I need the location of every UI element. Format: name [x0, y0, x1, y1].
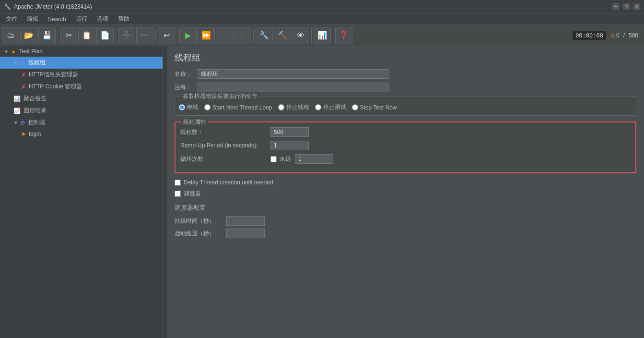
delay-thread-checkbox[interactable]: [175, 180, 181, 186]
tree-item-testplan[interactable]: ▼ ▲ Test Plan: [0, 46, 163, 57]
http-header-label: HTTP信息头管理器: [29, 71, 78, 79]
tree-item-aggregate[interactable]: 📊 聚合报告: [0, 93, 163, 105]
duration-input[interactable]: [226, 216, 265, 226]
aggregate-icon: 📊: [13, 96, 21, 102]
radio-stop-thread-label: 停止线程: [286, 103, 309, 111]
panel-title: 线程组: [175, 52, 636, 63]
radio-start-next[interactable]: Start Next Thread Loop: [204, 104, 272, 111]
report-button[interactable]: 📊: [314, 27, 331, 44]
menu-bar: 文件 编辑 Search 运行 选项 帮助: [0, 13, 644, 25]
comment-input[interactable]: [198, 83, 389, 92]
delay-thread-text: Delay Thread creation until needed: [184, 179, 273, 186]
radio-stop-thread-input[interactable]: [278, 104, 284, 110]
radio-stop-test-now-input[interactable]: [352, 104, 358, 110]
radio-continue-input[interactable]: [179, 104, 185, 110]
delay-thread-label[interactable]: Delay Thread creation until needed: [175, 179, 636, 186]
view-button[interactable]: 👁: [292, 27, 309, 44]
radio-start-next-label: Start Next Thread Loop: [212, 104, 272, 111]
menu-edit[interactable]: 编辑: [23, 14, 42, 24]
start-nopause-button[interactable]: ⏩: [198, 27, 215, 44]
menu-search[interactable]: Search: [44, 15, 70, 24]
thread-count-row: 线程数：: [180, 127, 631, 137]
save-button[interactable]: 💾: [38, 27, 56, 44]
thread-count-label: 线程数：: [180, 128, 267, 136]
rampup-row: Ramp-Up Period (in seconds):: [180, 141, 631, 150]
sep6: [311, 28, 312, 43]
loop-input[interactable]: [295, 154, 333, 164]
radio-stop-test-label: 停止测试: [323, 103, 346, 111]
radio-stop-test-input[interactable]: [315, 104, 321, 110]
toolbar-status: 00:00:08 ⚠ 0 / 500: [573, 31, 642, 40]
browse-button[interactable]: ↩: [158, 27, 175, 44]
toolbar: 🗂 📂 💾 ✂ 📋 📄 ➕ ➖ ↩ ▶ ⏩ ⏸ ⏹ 🔧 🔨 👁 📊 ❓ 00:0…: [0, 25, 644, 46]
help-button[interactable]: ❓: [335, 27, 352, 44]
menu-file[interactable]: 文件: [2, 14, 21, 24]
menu-help[interactable]: 帮助: [114, 14, 133, 24]
tool1-button[interactable]: 🔧: [256, 27, 273, 44]
remove-button[interactable]: ➖: [136, 27, 153, 44]
rampup-input[interactable]: [270, 141, 309, 150]
radio-stop-test-now[interactable]: Stop Test Now: [352, 104, 397, 111]
sep5: [253, 28, 254, 43]
expand-arrow: ▼: [4, 49, 9, 54]
scheduler-checkbox[interactable]: [175, 191, 181, 197]
title-bar: 🔧 Apache JMeter (4.0 r1823414) ─ □ ✕: [0, 0, 644, 13]
stop2-button[interactable]: ⏹: [234, 27, 251, 44]
new-button[interactable]: 🗂: [2, 27, 19, 44]
menu-run[interactable]: 运行: [72, 14, 91, 24]
tree-item-login[interactable]: ➤ login: [0, 129, 163, 139]
radio-continue-label: 继续: [187, 103, 199, 111]
tree-item-cookie-manager[interactable]: ✗ HTTP Cookie 管理器: [0, 81, 163, 93]
graph-label: 图形结果: [23, 107, 47, 115]
controller-icon: ⚙: [20, 120, 25, 126]
copy-button[interactable]: 📋: [78, 27, 95, 44]
maximize-btn[interactable]: □: [623, 3, 630, 10]
open-button[interactable]: 📂: [20, 27, 37, 44]
stop-button[interactable]: ⏸: [216, 27, 233, 44]
startup-delay-row: 启动延迟（秒）: [175, 229, 636, 238]
login-label: login: [29, 131, 41, 137]
name-label: 名称：: [175, 70, 194, 78]
radio-stop-test[interactable]: 停止测试: [315, 103, 346, 111]
forever-checkbox[interactable]: [270, 156, 277, 162]
tree-item-threadgroup[interactable]: ▼ ⚙ 线程组: [0, 57, 163, 69]
resize-handle[interactable]: ⋮: [163, 46, 167, 338]
close-btn[interactable]: ✕: [633, 3, 640, 10]
threadgroup-label: 线程组: [28, 59, 46, 67]
scheduler-section-title: 调度器配置: [175, 204, 636, 212]
name-row: 名称：: [175, 69, 636, 79]
tree-item-http-header[interactable]: ✗ HTTP信息头管理器: [0, 69, 163, 81]
startup-delay-input[interactable]: [226, 229, 265, 238]
scheduler-label[interactable]: 调度器: [175, 190, 636, 198]
scheduler-text: 调度器: [184, 190, 201, 198]
cut-button[interactable]: ✂: [60, 27, 77, 44]
cookie-icon: ✗: [21, 84, 26, 90]
warning-count: 0: [616, 32, 620, 39]
scheduler-section: 调度器配置 持续时间（秒） 启动延迟（秒）: [175, 204, 636, 238]
expand-arrow3: ▼: [13, 120, 18, 125]
loop-row: 循环次数 永远: [180, 154, 631, 164]
tree-item-controller[interactable]: ▼ ⚙ 控制器: [0, 117, 163, 129]
radio-continue[interactable]: 继续: [179, 103, 199, 111]
action-section-title: 在取样器错误后要执行的动作: [181, 92, 259, 100]
radio-start-next-input[interactable]: [204, 104, 211, 110]
name-input[interactable]: [198, 69, 389, 79]
menu-options[interactable]: 选项: [93, 14, 112, 24]
paste-button[interactable]: 📄: [96, 27, 114, 44]
radio-stop-thread[interactable]: 停止线程: [278, 103, 309, 111]
sidebar: ▼ ▲ Test Plan ▼ ⚙ 线程组 ✗ HTTP信息头管理器 ✗ HTT…: [0, 46, 163, 338]
forever-checkbox-label[interactable]: 永远: [270, 155, 291, 163]
rampup-label: Ramp-Up Period (in seconds):: [180, 142, 267, 149]
start-button[interactable]: ▶: [179, 27, 197, 44]
tree-item-graph[interactable]: 📈 图形结果: [0, 105, 163, 117]
thread-count-input[interactable]: [270, 127, 309, 137]
window-controls: ─ □ ✕: [612, 3, 640, 10]
cookie-label: HTTP Cookie 管理器: [29, 83, 82, 91]
minimize-btn[interactable]: ─: [612, 3, 619, 10]
duration-label: 持续时间（秒）: [175, 217, 222, 225]
sep1: [58, 28, 58, 43]
expand-arrow2: ▼: [13, 60, 18, 65]
add-button[interactable]: ➕: [118, 27, 135, 44]
tool2-button[interactable]: 🔨: [274, 27, 291, 44]
main-layout: ▼ ▲ Test Plan ▼ ⚙ 线程组 ✗ HTTP信息头管理器 ✗ HTT…: [0, 46, 644, 338]
